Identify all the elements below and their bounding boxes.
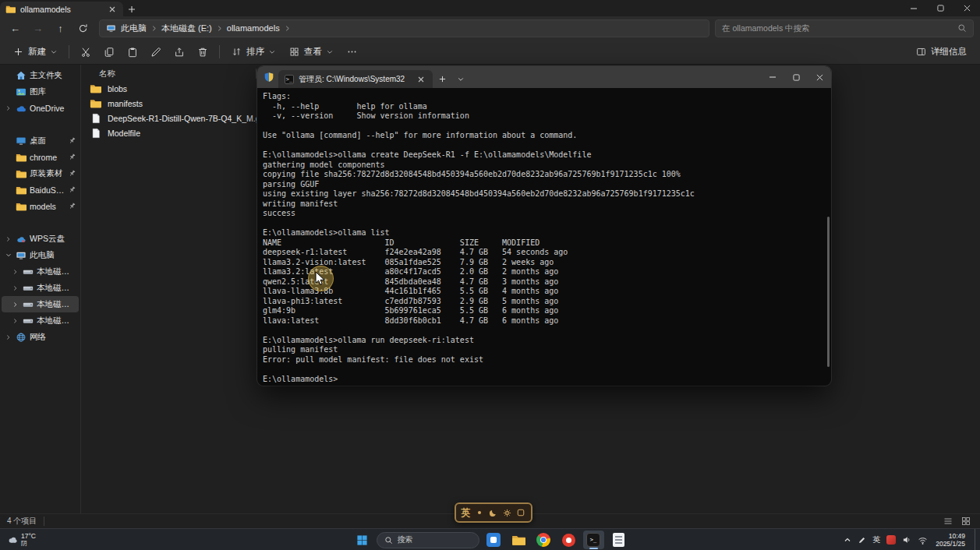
show-desktop-button[interactable] [975,529,977,550]
chevron-right-icon[interactable] [151,25,157,32]
terminal-close-button[interactable] [808,66,831,88]
ime-moon-icon[interactable] [488,508,498,518]
copy-button[interactable] [98,42,120,62]
sort-button-label: 排序 [246,46,264,58]
sidebar-item-gallery[interactable]: 图库 [2,83,79,100]
chevron-right-icon[interactable] [5,105,12,111]
clock-date: 2025/1/25 [936,540,965,548]
taskbar-app-blue-icon[interactable] [483,531,504,549]
taskbar-weather-widget[interactable]: 17°C 阴 [4,529,39,550]
view-button[interactable]: 查看 [283,42,339,62]
paste-button[interactable] [122,42,143,62]
taskbar-file-explorer-icon[interactable] [508,531,529,549]
sidebar-item-baidusyncdisk[interactable]: BaiduSyncdisk [2,182,79,198]
terminal-scrollbar[interactable] [827,217,830,367]
taskbar-chrome-icon[interactable] [533,531,554,549]
tab-close-icon[interactable] [107,4,118,15]
cut-button[interactable] [75,42,97,62]
breadcrumb-item-drive-e[interactable]: 本地磁盘 (E:) [161,23,212,34]
tray-clock[interactable]: 10:49 2025/1/25 [934,532,967,548]
close-button[interactable] [953,0,980,16]
back-button[interactable]: ← [5,19,26,37]
details-pane-button[interactable]: 详细信息 [910,42,973,62]
sidebar-item-label: 原装素材 [30,168,65,179]
terminal-tab[interactable]: >_ 管理员: C:\Windows\System32 [278,70,433,88]
sidebar-item-materials[interactable]: 原装素材 [2,165,79,182]
tray-ime-language[interactable]: 英 [872,534,880,545]
taskbar-app-red-icon[interactable] [558,531,579,549]
file-name: Modelfile [108,129,140,138]
up-button[interactable]: ↑ [50,19,71,37]
refresh-button[interactable] [73,19,94,37]
sidebar-item-drive-c[interactable]: 本地磁盘 (C:) [2,263,79,280]
sidebar-item-label: BaiduSyncdisk [30,185,65,195]
ime-settings-gear-icon[interactable] [502,508,512,518]
sidebar-item-wps-cloud[interactable]: WPS云盘 [2,231,79,247]
chevron-right-icon[interactable] [5,236,12,242]
sidebar-item-drive-f[interactable]: 本地磁盘 (F:) [2,312,79,329]
taskbar-search-box[interactable]: 搜索 [377,532,479,548]
share-button[interactable] [168,42,190,62]
terminal-body[interactable]: Flags: -h, --help help for ollama -v, --… [257,88,831,386]
chevron-right-icon[interactable] [12,301,19,308]
ime-dot-icon[interactable] [474,508,484,518]
sidebar-item-desktop[interactable]: 桌面 [2,132,79,149]
new-button[interactable]: 新建 [7,42,63,62]
breadcrumb-item-this-pc[interactable]: 此电脑 [121,23,147,34]
sidebar-item-drive-e[interactable]: 本地磁盘 (E:) [2,296,79,312]
sidebar-item-chrome[interactable]: chrome [2,149,79,165]
tray-network-icon[interactable] [918,535,928,545]
minimize-button[interactable] [900,0,927,16]
list-view-toggle[interactable] [941,516,955,527]
sort-button[interactable]: 排序 [225,42,281,62]
terminal-tab-dropdown-button[interactable] [451,70,470,88]
sidebar-item-home[interactable]: 主文件夹 [2,67,79,83]
weather-condition: 阴 [21,540,36,548]
drive-icon [22,282,34,294]
sidebar-item-this-pc[interactable]: 此电脑 [2,247,79,263]
rename-button[interactable] [145,42,167,62]
more-options-button[interactable] [341,42,363,62]
tray-app-icon[interactable] [886,535,896,545]
wps-cloud-icon [15,233,27,245]
breadcrumb[interactable]: 此电脑 本地磁盘 (E:) ollamamodels [99,19,709,37]
terminal-new-tab-button[interactable] [433,70,451,88]
new-tab-button[interactable] [123,2,140,16]
sidebar-item-drive-d[interactable]: 本地磁盘 (D:) [2,280,79,296]
terminal-maximize-button[interactable] [784,66,808,88]
chevron-right-icon[interactable] [12,285,19,291]
sidebar-item-network[interactable]: 网络 [2,329,79,345]
tray-volume-icon[interactable] [902,535,911,545]
delete-button[interactable] [192,42,214,62]
tray-pen-icon[interactable] [858,536,866,545]
column-header-name[interactable]: 名称 [89,66,256,81]
terminal-title-bar[interactable]: >_ 管理员: C:\Windows\System32 [257,66,831,88]
chevron-down-icon[interactable] [5,252,12,258]
taskbar-terminal-icon[interactable]: >_ [583,531,604,549]
thumbnail-view-toggle[interactable] [959,516,973,527]
search-icon [384,536,393,545]
explorer-search-box[interactable] [715,19,974,37]
terminal-minimize-button[interactable] [761,66,784,88]
forward-button[interactable]: → [27,19,48,37]
sidebar-item-onedrive[interactable]: OneDrive [2,100,79,116]
pin-icon [68,169,76,178]
breadcrumb-item-ollamamodels[interactable]: ollamamodels [227,23,280,33]
chevron-right-icon[interactable] [12,318,19,324]
chevron-right-icon[interactable] [5,334,12,340]
taskbar-notepad-icon[interactable] [608,531,629,549]
sidebar-item-models[interactable]: models [2,198,79,214]
explorer-tab[interactable]: ollamamodels [0,2,123,16]
chevron-right-icon[interactable] [285,25,290,32]
cmd-icon: >_ [285,75,294,84]
terminal-tab-close-icon[interactable] [416,74,426,85]
chevron-right-icon[interactable] [12,269,19,275]
ime-toolbar[interactable]: 英 [455,502,532,523]
maximize-button[interactable] [927,0,953,16]
tray-chevron-up-icon[interactable] [844,536,851,544]
search-input[interactable] [722,23,957,33]
ime-language-button[interactable]: 英 [461,506,470,520]
chevron-right-icon[interactable] [217,25,222,32]
ime-skin-icon[interactable] [516,508,526,518]
start-button[interactable] [352,531,373,549]
